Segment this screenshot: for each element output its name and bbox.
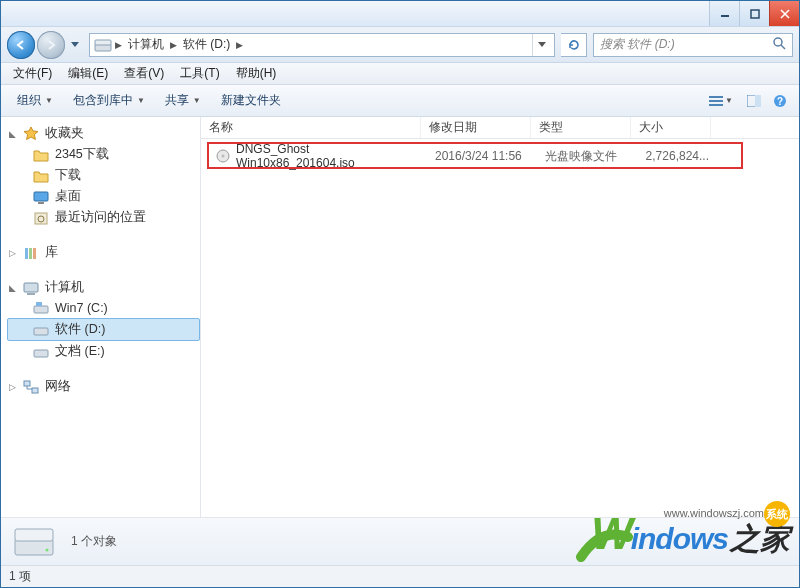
- chevron-down-icon: ▼: [725, 96, 733, 105]
- svg-rect-28: [24, 381, 30, 386]
- file-size: 2,726,824...: [637, 149, 717, 163]
- nav-item-softd[interactable]: 软件 (D:): [7, 318, 200, 341]
- forward-button[interactable]: [37, 31, 65, 59]
- svg-rect-20: [29, 248, 32, 259]
- maximize-button[interactable]: [739, 1, 769, 26]
- close-button[interactable]: [769, 1, 799, 26]
- drive-large-icon: [13, 525, 55, 559]
- details-pane: 1 个对象: [1, 517, 799, 565]
- computer-icon: [23, 280, 39, 296]
- svg-line-7: [781, 45, 785, 49]
- share-button[interactable]: 共享▼: [155, 85, 211, 116]
- collapse-icon: ◣: [7, 283, 17, 293]
- file-type: 光盘映像文件: [537, 148, 637, 165]
- nav-item-2345[interactable]: 2345下载: [7, 144, 200, 165]
- col-type[interactable]: 类型: [531, 117, 631, 138]
- nav-item-desktop[interactable]: 桌面: [7, 186, 200, 207]
- search-icon: [772, 36, 786, 53]
- desktop-icon: [33, 189, 49, 205]
- drive-icon: [33, 344, 49, 360]
- column-headers: 名称 修改日期 类型 大小: [201, 117, 799, 139]
- refresh-button[interactable]: [561, 33, 587, 57]
- minimize-button[interactable]: [709, 1, 739, 26]
- menu-tools[interactable]: 工具(T): [172, 65, 227, 82]
- svg-rect-1: [751, 10, 759, 18]
- nav-network[interactable]: ▷ 网络: [7, 376, 200, 397]
- menu-view[interactable]: 查看(V): [116, 65, 172, 82]
- menu-edit[interactable]: 编辑(E): [60, 65, 116, 82]
- svg-text:?: ?: [777, 96, 783, 107]
- address-bar[interactable]: ▶ 计算机 ▶ 软件 (D:) ▶: [89, 33, 555, 57]
- chevron-down-icon: ▼: [193, 96, 201, 105]
- nav-item-recent[interactable]: 最近访问的位置: [7, 207, 200, 228]
- nav-item-downloads[interactable]: 下载: [7, 165, 200, 186]
- nav-computer-group: ◣ 计算机 Win7 (C:) 软件 (D:) 文档 (E:): [7, 277, 200, 362]
- svg-point-6: [774, 38, 782, 46]
- file-row[interactable]: DNGS_Ghost Win10x86_201604.iso 2016/3/24…: [207, 145, 793, 167]
- breadcrumb-sep-icon: ▶: [114, 40, 123, 50]
- status-items: 1 项: [9, 568, 31, 585]
- breadcrumb-sep-icon: ▶: [235, 40, 244, 50]
- folder-icon: [33, 147, 49, 163]
- svg-rect-27: [34, 350, 48, 357]
- nav-libraries-group: ▷ 库: [7, 242, 200, 263]
- file-list[interactable]: DNGS_Ghost Win10x86_201604.iso 2016/3/24…: [201, 139, 799, 517]
- preview-pane-button[interactable]: [741, 90, 767, 112]
- nav-pane: ◣ 收藏夹 2345下载 下载 桌面 最近访问: [1, 117, 201, 517]
- svg-rect-5: [95, 40, 111, 45]
- svg-rect-19: [25, 248, 28, 259]
- menubar: 文件(F) 编辑(E) 查看(V) 工具(T) 帮助(H): [1, 63, 799, 85]
- iso-icon: [215, 148, 230, 164]
- breadcrumb-drive[interactable]: 软件 (D:): [178, 34, 235, 56]
- nav-favorites[interactable]: ◣ 收藏夹: [7, 123, 200, 144]
- nav-buttons: [7, 31, 83, 59]
- organize-button[interactable]: 组织▼: [7, 85, 63, 116]
- nav-item-doce[interactable]: 文档 (E:): [7, 341, 200, 362]
- view-icon: [709, 95, 723, 107]
- include-in-library-button[interactable]: 包含到库中▼: [63, 85, 155, 116]
- view-options-button[interactable]: ▼: [701, 90, 741, 112]
- svg-rect-29: [32, 388, 38, 393]
- file-name: DNGS_Ghost Win10x86_201604.iso: [236, 142, 419, 170]
- file-date: 2016/3/24 11:56: [427, 149, 537, 163]
- svg-point-31: [222, 155, 225, 158]
- svg-rect-16: [38, 202, 44, 204]
- svg-point-34: [46, 548, 49, 551]
- nav-history-dropdown[interactable]: [67, 34, 83, 56]
- status-bar: 1 项: [1, 565, 799, 587]
- search-input[interactable]: 搜索 软件 (D:): [593, 33, 793, 57]
- new-folder-button[interactable]: 新建文件夹: [211, 85, 291, 116]
- col-name[interactable]: 名称: [201, 117, 421, 138]
- body: ◣ 收藏夹 2345下载 下载 桌面 最近访问: [1, 117, 799, 517]
- network-icon: [23, 379, 39, 395]
- titlebar: [1, 1, 799, 27]
- toolbar: 组织▼ 包含到库中▼ 共享▼ 新建文件夹 ▼ ?: [1, 85, 799, 117]
- menu-help[interactable]: 帮助(H): [228, 65, 285, 82]
- svg-rect-9: [709, 100, 723, 102]
- svg-rect-23: [27, 293, 35, 295]
- help-button[interactable]: ?: [767, 90, 793, 112]
- drive-icon: [94, 37, 112, 53]
- breadcrumb-computer[interactable]: 计算机: [123, 34, 169, 56]
- nav-row: ▶ 计算机 ▶ 软件 (D:) ▶ 搜索 软件 (D:): [1, 27, 799, 63]
- nav-item-win7c[interactable]: Win7 (C:): [7, 298, 200, 318]
- svg-rect-24: [34, 306, 48, 313]
- menu-file[interactable]: 文件(F): [5, 65, 60, 82]
- col-date[interactable]: 修改日期: [421, 117, 531, 138]
- nav-computer[interactable]: ◣ 计算机: [7, 277, 200, 298]
- address-dropdown[interactable]: [532, 34, 550, 56]
- folder-icon: [33, 168, 49, 184]
- nav-favorites-group: ◣ 收藏夹 2345下载 下载 桌面 最近访问: [7, 123, 200, 228]
- nav-network-group: ▷ 网络: [7, 376, 200, 397]
- content-pane: 名称 修改日期 类型 大小 DNGS_Ghost Win10x86_201604…: [201, 117, 799, 517]
- nav-libraries[interactable]: ▷ 库: [7, 242, 200, 263]
- svg-rect-26: [34, 328, 48, 335]
- svg-rect-8: [709, 96, 723, 98]
- preview-icon: [747, 95, 761, 107]
- search-placeholder: 搜索 软件 (D:): [600, 36, 675, 53]
- help-icon: ?: [773, 94, 787, 108]
- svg-rect-22: [24, 283, 38, 292]
- col-size[interactable]: 大小: [631, 117, 711, 138]
- back-button[interactable]: [7, 31, 35, 59]
- libraries-icon: [23, 245, 39, 261]
